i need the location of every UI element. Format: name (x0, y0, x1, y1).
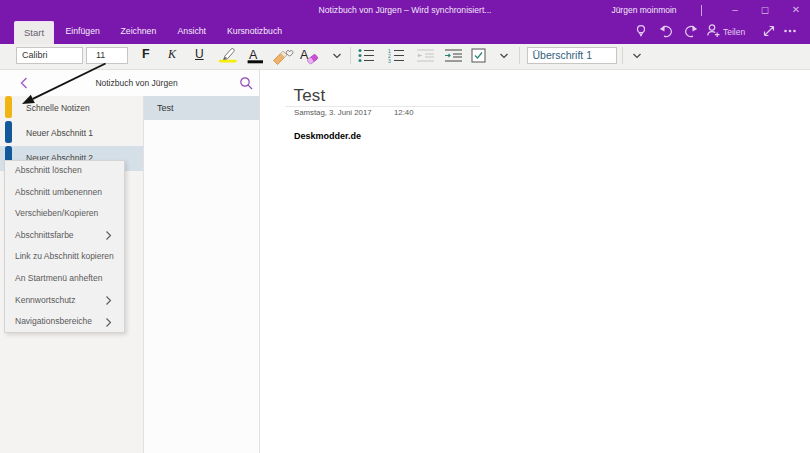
svg-text:Teilen: Teilen (723, 27, 745, 37)
svg-text:A: A (249, 48, 258, 62)
svg-text:3: 3 (388, 58, 391, 64)
